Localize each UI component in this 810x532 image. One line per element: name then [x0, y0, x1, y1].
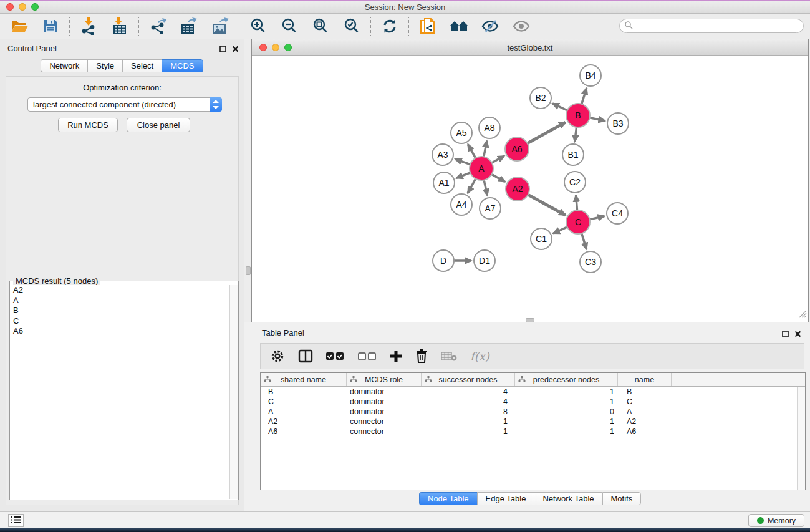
tab-network-table[interactable]: Network Table	[534, 492, 602, 505]
run-mcds-button[interactable]: Run MCDS	[58, 118, 118, 132]
cell-successor-nodes[interactable]: 1	[422, 417, 515, 426]
close-table-panel-icon[interactable]	[794, 329, 801, 340]
column-header-successor-nodes[interactable]: successor nodes	[422, 373, 515, 386]
cell-predecessor-nodes[interactable]: 1	[515, 417, 618, 426]
list-item[interactable]: B	[11, 306, 229, 316]
delete-column-icon[interactable]	[415, 347, 428, 365]
zoom-fit-icon[interactable]	[310, 17, 331, 36]
edge-A2-C[interactable]	[528, 195, 566, 215]
edge-A-A2[interactable]	[492, 174, 505, 181]
cell-mcds-role[interactable]: dominator	[347, 407, 422, 416]
result-list-scrollbar[interactable]	[229, 285, 238, 499]
edge-A-A8[interactable]	[484, 141, 487, 157]
cell-name[interactable]: B	[618, 387, 672, 396]
tab-network[interactable]: Network	[41, 59, 87, 72]
save-session-icon[interactable]	[40, 17, 61, 36]
edge-A-A3[interactable]	[455, 159, 470, 165]
edge-A-A4[interactable]	[468, 179, 476, 193]
list-item[interactable]: A6	[11, 326, 229, 337]
float-table-panel-icon[interactable]	[782, 329, 789, 340]
zoom-selected-icon[interactable]	[341, 17, 362, 36]
cell-mcds-role[interactable]: dominator	[347, 397, 422, 406]
cell-successor-nodes[interactable]: 1	[422, 427, 515, 436]
cell-shared-name[interactable]: B	[261, 387, 347, 396]
tab-motifs[interactable]: Motifs	[602, 492, 642, 505]
hide-selected-icon[interactable]	[480, 17, 501, 36]
tab-node-table[interactable]: Node Table	[419, 492, 477, 505]
cell-predecessor-nodes[interactable]: 0	[515, 407, 618, 416]
list-item[interactable]: C	[11, 316, 229, 327]
cell-predecessor-nodes[interactable]: 1	[515, 387, 618, 396]
edge-B-B1[interactable]	[575, 127, 577, 142]
edge-A-A7[interactable]	[484, 180, 487, 196]
window-resize-grip[interactable]	[799, 309, 807, 321]
table-row[interactable]: B dominator 4 1 B	[261, 387, 797, 397]
duplicate-network-icon[interactable]	[417, 17, 438, 36]
edge-A-A6[interactable]	[492, 156, 504, 163]
cell-name[interactable]: A2	[618, 417, 672, 426]
table-row[interactable]: A dominator 8 0 A	[261, 407, 797, 417]
cell-mcds-role[interactable]: connector	[347, 417, 422, 426]
edge-A6-B[interactable]	[528, 122, 566, 143]
cell-name[interactable]: A6	[618, 427, 672, 436]
desktop-vertical-scrollbar[interactable]	[246, 266, 251, 275]
close-panel-icon[interactable]	[232, 44, 239, 55]
cell-predecessor-nodes[interactable]: 1	[515, 397, 618, 406]
edge-C-C4[interactable]	[590, 216, 605, 220]
search-input[interactable]	[619, 19, 804, 33]
tab-mcds[interactable]: MCDS	[162, 59, 203, 72]
table-options-gear-icon[interactable]	[270, 347, 285, 365]
cell-mcds-role[interactable]: dominator	[347, 387, 422, 396]
zoom-out-icon[interactable]	[279, 17, 300, 36]
desktop-horizontal-scrollbar[interactable]	[526, 318, 534, 322]
cell-shared-name[interactable]: A	[261, 407, 347, 416]
cell-shared-name[interactable]: A6	[261, 427, 347, 436]
edge-B-B4[interactable]	[582, 88, 587, 104]
column-header-name[interactable]: name	[618, 373, 672, 386]
mcds-result-list[interactable]: A2 A B C A6	[11, 285, 229, 499]
column-visibility-icon[interactable]	[298, 347, 313, 365]
cell-predecessor-nodes[interactable]: 1	[515, 427, 618, 436]
column-header-mcds-role[interactable]: MCDS role	[347, 373, 422, 386]
show-all-icon[interactable]	[511, 17, 532, 36]
edge-A-A1[interactable]	[456, 173, 471, 178]
delete-table-icon[interactable]	[441, 347, 457, 365]
add-column-icon[interactable]	[390, 347, 402, 365]
table-scrollbar[interactable]	[797, 387, 805, 490]
zoom-in-icon[interactable]	[248, 17, 269, 36]
tab-edge-table[interactable]: Edge Table	[477, 492, 534, 505]
cell-successor-nodes[interactable]: 4	[422, 387, 515, 396]
list-item[interactable]: A	[11, 296, 229, 306]
select-all-checks-icon[interactable]	[326, 347, 345, 365]
list-item[interactable]: A2	[11, 285, 229, 296]
cell-successor-nodes[interactable]: 8	[422, 407, 515, 416]
import-table-icon[interactable]	[109, 17, 130, 36]
function-builder-icon[interactable]: f(x)	[470, 347, 489, 365]
network-window-titlebar[interactable]: testGlobe.txt	[252, 39, 808, 56]
cell-mcds-role[interactable]: connector	[347, 427, 422, 436]
criterion-select[interactable]: largest connected component (directed)	[27, 97, 222, 112]
task-history-button[interactable]	[8, 514, 24, 527]
memory-button[interactable]: Memory	[748, 514, 804, 527]
refresh-icon[interactable]	[379, 17, 400, 36]
float-panel-icon[interactable]	[219, 44, 226, 55]
table-row[interactable]: A2 connector 1 1 A2	[261, 417, 797, 427]
close-panel-button[interactable]: Close panel	[127, 118, 190, 132]
edge-C-C3[interactable]	[582, 233, 587, 249]
network-canvas[interactable]: AA6A2BCA5A8A3A1A4A7B4B2B3B1C2C4C1C3DD1	[252, 56, 808, 322]
edge-A-A5[interactable]	[468, 144, 475, 158]
tab-style[interactable]: Style	[87, 59, 122, 72]
export-image-icon[interactable]	[210, 17, 231, 36]
first-neighbors-icon[interactable]	[448, 17, 470, 36]
table-row[interactable]: A6 connector 1 1 A6	[261, 427, 797, 437]
export-network-icon[interactable]	[147, 17, 168, 36]
cell-shared-name[interactable]: A2	[261, 417, 347, 426]
cell-name[interactable]: A	[618, 407, 672, 416]
edge-C-C1[interactable]	[553, 227, 567, 233]
column-header-shared-name[interactable]: shared name	[261, 373, 347, 386]
open-session-icon[interactable]	[9, 17, 30, 36]
edge-C-C2[interactable]	[576, 195, 577, 210]
import-network-icon[interactable]	[78, 17, 99, 36]
deselect-all-checks-icon[interactable]	[358, 347, 377, 365]
tab-select[interactable]: Select	[122, 59, 162, 72]
